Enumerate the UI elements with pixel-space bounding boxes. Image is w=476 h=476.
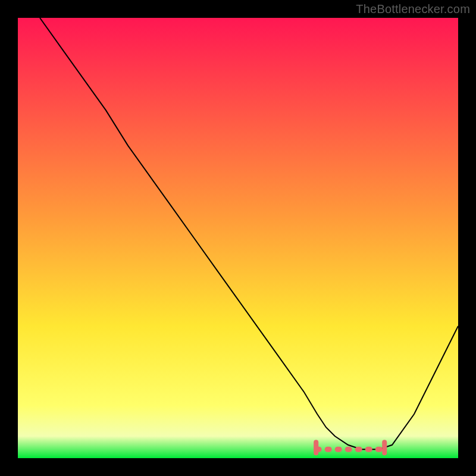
bottleneck-chart [18,18,458,458]
gradient-background [18,18,458,458]
attribution-text: TheBottlenecker.com [356,2,470,16]
chart-frame [18,18,458,458]
